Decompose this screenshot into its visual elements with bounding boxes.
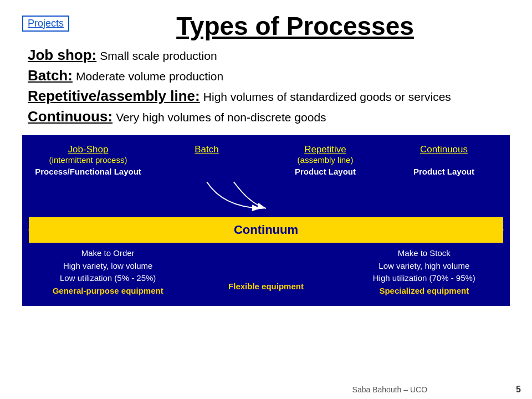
col-jobshop: Job-Shop (intermittent process) Process/…	[29, 144, 147, 176]
footer-author: Saba Bahouth – UCO	[264, 385, 516, 394]
bottom-right-line2: Low variety, high volume	[345, 260, 503, 273]
col-repetitive-layout: Product Layout	[266, 167, 385, 176]
diagram-columns: Job-Shop (intermittent process) Process/…	[29, 144, 503, 176]
header: Projects Types of Processes	[22, 11, 510, 41]
content-line-1: Job shop: Small scale production	[28, 47, 510, 64]
diagram-top-section: Job-Shop (intermittent process) Process/…	[29, 144, 503, 215]
arrows-svg	[29, 176, 503, 215]
projects-label: Projects	[28, 18, 64, 29]
bottom-left: Make to Order High variety, low volume L…	[29, 247, 187, 297]
desc-jobshop: Small scale production	[100, 49, 217, 62]
desc-continuous: Very high volumes of non-discrete goods	[116, 111, 326, 124]
bottom-right-line1: Make to Stock	[345, 247, 503, 260]
continuum-label: Continuum	[234, 223, 298, 237]
col-continuous-subtitle	[385, 155, 503, 165]
term-continuous: Continuous:	[28, 108, 112, 125]
bottom-left-line2: High variety, low volume	[29, 260, 187, 273]
col-batch: Batch	[147, 144, 266, 176]
col-batch-subtitle	[147, 155, 266, 165]
content-line-3: Repetitive/assembly line: High volumes o…	[28, 88, 510, 105]
bottom-center-line1: Flexible equipment	[187, 280, 345, 293]
diagram-bottom: Make to Order High variety, low volume L…	[29, 247, 503, 297]
col-repetitive-subtitle: (assembly line)	[266, 155, 385, 165]
footer-page-number: 5	[516, 385, 521, 395]
col-batch-layout	[147, 167, 266, 176]
col-jobshop-title: Job-Shop	[29, 144, 147, 155]
diagram-box: Job-Shop (intermittent process) Process/…	[22, 135, 510, 306]
col-jobshop-layout: Process/Functional Layout	[29, 167, 147, 176]
slide-title: Types of Processes	[80, 11, 510, 41]
footer: Saba Bahouth – UCO 5	[0, 385, 532, 395]
col-jobshop-subtitle: (intermittent process)	[29, 155, 147, 165]
desc-batch: Moderate volume production	[76, 70, 223, 83]
col-batch-title: Batch	[147, 144, 266, 155]
term-batch: Batch:	[28, 67, 73, 84]
bottom-right: Make to Stock Low variety, high volume H…	[345, 247, 503, 297]
col-continuous-title: Continuous	[385, 144, 503, 155]
projects-button[interactable]: Projects	[22, 16, 69, 32]
content-area: Job shop: Small scale production Batch: …	[28, 47, 510, 125]
content-line-4: Continuous: Very high volumes of non-dis…	[28, 108, 510, 125]
continuum-arrow: Continuum	[29, 217, 503, 243]
bottom-center: Flexible equipment	[187, 247, 345, 297]
bottom-left-line1: Make to Order	[29, 247, 187, 260]
bottom-left-line4: General-purpose equipment	[29, 285, 187, 298]
continuum-container: Continuum	[29, 217, 503, 243]
col-repetitive: Repetitive (assembly line) Product Layou…	[266, 144, 385, 176]
bottom-right-line3: High utilization (70% - 95%)	[345, 272, 503, 285]
bottom-left-line3: Low utilization (5% - 25%)	[29, 272, 187, 285]
content-line-2: Batch: Moderate volume production	[28, 67, 510, 84]
col-continuous: Continuous Product Layout	[385, 144, 503, 176]
col-repetitive-title: Repetitive	[266, 144, 385, 155]
col-continuous-layout: Product Layout	[385, 167, 503, 176]
term-jobshop: Job shop:	[28, 47, 96, 63]
term-repetitive: Repetitive/assembly line:	[28, 88, 200, 104]
bottom-right-line4: Specialized equipment	[345, 285, 503, 298]
desc-repetitive: High volumes of standardized goods or se…	[203, 90, 451, 103]
slide: Projects Types of Processes Job shop: Sm…	[0, 0, 532, 399]
